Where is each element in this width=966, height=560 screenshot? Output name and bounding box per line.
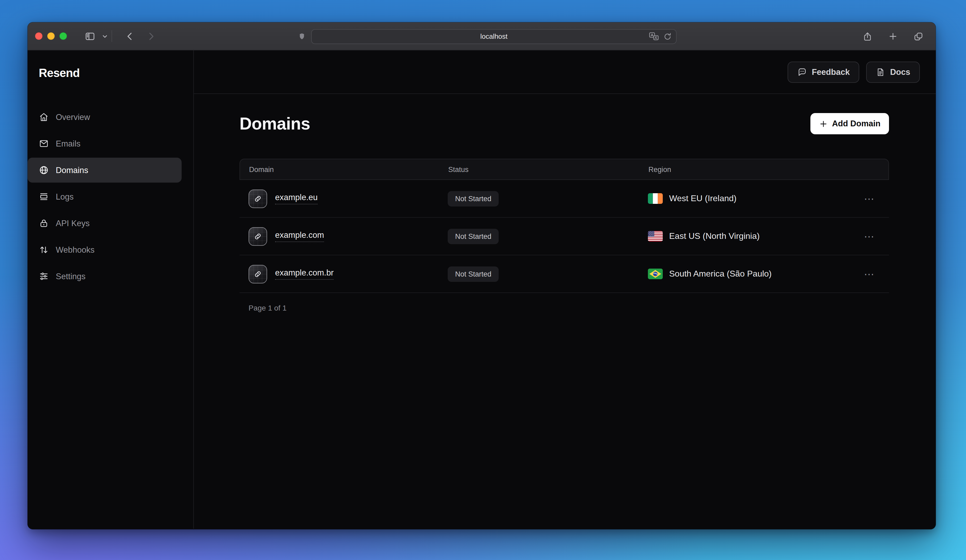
- sidebar-item-label: Overview: [56, 112, 90, 122]
- ellipsis-icon: ⋯: [864, 269, 875, 280]
- domain-link[interactable]: example.eu: [275, 193, 317, 205]
- region-label: West EU (Ireland): [669, 194, 737, 203]
- browser-window: localhost: [28, 22, 936, 529]
- region-label: East US (North Virginia): [669, 231, 760, 241]
- close-button[interactable]: [35, 33, 43, 40]
- column-header-domain: Domain: [240, 165, 448, 173]
- docs-button[interactable]: Docs: [866, 61, 920, 82]
- browser-titlebar: localhost: [28, 22, 936, 51]
- sidebar-item-api-keys[interactable]: API Keys: [28, 211, 182, 236]
- sidebar-item-label: API Keys: [56, 218, 90, 228]
- lock-icon: [39, 218, 49, 228]
- sidebar-toggle-button[interactable]: [81, 27, 99, 45]
- chevron-down-icon: [102, 33, 108, 39]
- sidebar-item-label: Domains: [56, 165, 88, 175]
- sidebar-item-logs[interactable]: Logs: [28, 184, 182, 209]
- tab-overview-button[interactable]: [909, 27, 927, 45]
- address-bar[interactable]: localhost: [311, 29, 677, 44]
- plus-icon: [888, 31, 898, 41]
- desktop-background: localhost: [0, 0, 966, 560]
- link-icon: [248, 189, 267, 208]
- sidebar-item-overview[interactable]: Overview: [28, 105, 182, 129]
- flag-br-icon: [648, 269, 663, 279]
- sidebar-item-domains[interactable]: Domains: [28, 158, 182, 183]
- main-area: Feedback Docs Domains: [194, 51, 936, 529]
- status-badge: Not Started: [448, 266, 499, 282]
- pagination-label: Page 1 of 1: [240, 304, 889, 312]
- home-icon: [39, 112, 49, 122]
- page-title: Domains: [240, 114, 310, 134]
- new-tab-button[interactable]: [884, 27, 902, 45]
- sidebar-nav: Overview Emails Domains: [28, 105, 193, 289]
- ellipsis-icon: ⋯: [864, 231, 875, 242]
- status-badge: Not Started: [448, 191, 499, 206]
- app-root: Resend Overview Emails: [28, 51, 936, 529]
- sliders-icon: [39, 271, 49, 281]
- row-menu-button[interactable]: ⋯: [855, 230, 889, 242]
- forward-button[interactable]: [142, 27, 160, 45]
- flag-us-icon: [648, 231, 663, 242]
- sidebar-item-label: Webhooks: [56, 245, 95, 254]
- feedback-button[interactable]: Feedback: [787, 61, 859, 82]
- status-badge: Not Started: [448, 229, 499, 244]
- sidebar-item-label: Logs: [56, 192, 74, 201]
- domain-link[interactable]: example.com: [275, 230, 324, 242]
- region-label: South America (São Paulo): [669, 269, 772, 279]
- address-url: localhost: [480, 33, 508, 40]
- ellipsis-icon: ⋯: [864, 193, 875, 204]
- sidebar-item-emails[interactable]: Emails: [28, 131, 182, 156]
- domains-table: Domain Status Region example.eu Not Star…: [240, 159, 889, 293]
- globe-icon: [39, 165, 49, 175]
- flag-ie-icon: [648, 193, 663, 204]
- sidebar-item-label: Emails: [56, 139, 80, 148]
- row-menu-button[interactable]: ⋯: [855, 268, 889, 280]
- column-header-region: Region: [649, 165, 854, 173]
- sidebar-item-settings[interactable]: Settings: [28, 264, 182, 289]
- translate-icon[interactable]: [649, 32, 659, 41]
- link-icon: [248, 227, 267, 246]
- sidebar-item-label: Settings: [56, 272, 85, 281]
- column-header-status: Status: [448, 165, 649, 173]
- row-menu-button[interactable]: ⋯: [855, 192, 889, 205]
- back-button[interactable]: [120, 27, 139, 45]
- table-header: Domain Status Region: [240, 159, 889, 180]
- add-domain-button[interactable]: Add Domain: [810, 113, 889, 134]
- share-icon: [862, 31, 872, 42]
- privacy-shield-icon: [298, 32, 306, 41]
- reload-icon[interactable]: [663, 32, 672, 41]
- table-row[interactable]: example.eu Not Started West EU (Ireland)…: [240, 180, 889, 218]
- window-controls: [35, 33, 67, 40]
- app-header: Feedback Docs: [194, 51, 936, 94]
- toolbar-divider: [112, 30, 112, 42]
- link-icon: [248, 265, 267, 283]
- table-body: example.eu Not Started West EU (Ireland)…: [240, 180, 889, 293]
- feedback-button-label: Feedback: [812, 67, 850, 77]
- chevron-left-icon: [125, 31, 135, 41]
- document-icon: [876, 67, 885, 77]
- feedback-bubble-icon: [797, 67, 807, 77]
- docs-button-label: Docs: [890, 67, 910, 77]
- chevron-right-icon: [146, 31, 156, 41]
- resend-logo: Resend: [28, 66, 193, 80]
- table-row[interactable]: example.com Not Started East US (North V…: [240, 218, 889, 255]
- minimize-button[interactable]: [47, 33, 55, 40]
- share-button[interactable]: [858, 27, 876, 45]
- sidebar-item-webhooks[interactable]: Webhooks: [28, 237, 182, 262]
- sidebar: Resend Overview Emails: [28, 51, 194, 529]
- sidebar-menu-chevron[interactable]: [99, 27, 110, 45]
- arrows-icon: [39, 245, 49, 255]
- table-row[interactable]: example.com.br Not Started South America…: [240, 255, 889, 293]
- page-content: Domains Add Domain Domain Status Re: [194, 94, 936, 312]
- maximize-button[interactable]: [59, 33, 67, 40]
- domain-link[interactable]: example.com.br: [275, 268, 334, 280]
- mail-icon: [39, 139, 49, 149]
- sidebar-toggle-icon: [84, 31, 95, 42]
- add-domain-button-label: Add Domain: [832, 119, 881, 128]
- tabs-icon: [913, 31, 923, 42]
- logs-icon: [39, 192, 49, 202]
- plus-icon: [819, 119, 828, 128]
